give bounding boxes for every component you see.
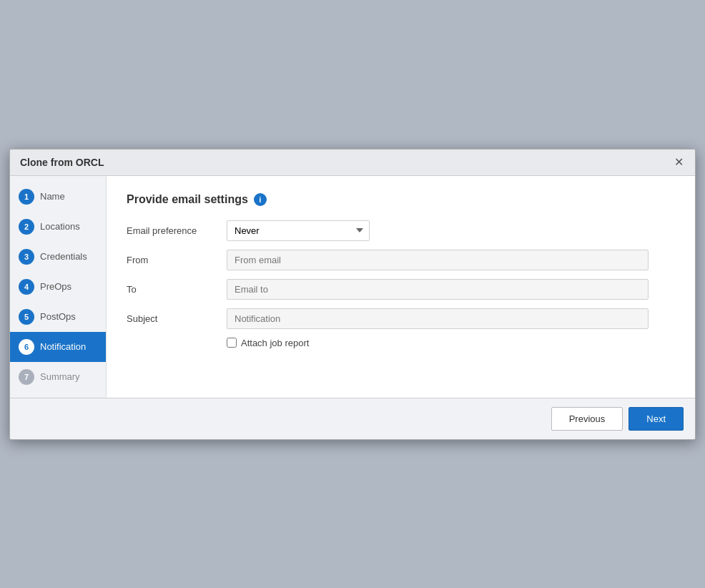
- close-button[interactable]: ✕: [673, 157, 685, 168]
- sidebar-item-postops[interactable]: 5 PostOps: [10, 302, 106, 332]
- sidebar-label-name: Name: [40, 191, 65, 202]
- attach-job-report-checkbox[interactable]: [227, 338, 237, 348]
- step-badge-5: 5: [19, 309, 34, 325]
- sidebar-label-preops: PreOps: [40, 281, 72, 292]
- dialog-footer: Previous Next: [10, 398, 695, 439]
- to-row: To: [127, 279, 675, 300]
- sidebar-label-credentials: Credentials: [40, 251, 87, 262]
- step-badge-7: 7: [19, 369, 34, 385]
- sidebar-item-preops[interactable]: 4 PreOps: [10, 272, 106, 302]
- sidebar-item-notification[interactable]: 6 Notification: [10, 332, 106, 362]
- to-control: [227, 279, 649, 300]
- subject-label: Subject: [127, 313, 227, 324]
- sidebar-item-locations[interactable]: 2 Locations: [10, 212, 106, 242]
- sidebar-label-summary: Summary: [40, 371, 80, 382]
- to-label: To: [127, 284, 227, 295]
- sidebar-item-summary[interactable]: 7 Summary: [10, 362, 106, 392]
- main-panel: Provide email settings i Email preferenc…: [107, 176, 695, 398]
- subject-control: [227, 308, 649, 329]
- email-preference-control: Never Always On failure: [227, 220, 649, 241]
- info-icon[interactable]: i: [254, 193, 267, 206]
- attach-job-report-label: Attach job report: [241, 338, 309, 348]
- step-badge-2: 2: [19, 219, 34, 235]
- sidebar-label-notification: Notification: [40, 341, 86, 352]
- sidebar: 1 Name 2 Locations 3 Credentials 4 PreOp…: [10, 176, 107, 398]
- from-input[interactable]: [227, 250, 649, 270]
- section-title: Provide email settings i: [127, 193, 675, 206]
- from-control: [227, 250, 649, 270]
- subject-row: Subject: [127, 308, 675, 329]
- dialog-header: Clone from ORCL ✕: [10, 150, 695, 176]
- dialog-title: Clone from ORCL: [20, 157, 104, 168]
- subject-input[interactable]: [227, 308, 649, 329]
- email-preference-row: Email preference Never Always On failure: [127, 220, 675, 241]
- from-label: From: [127, 255, 227, 265]
- next-button[interactable]: Next: [628, 407, 684, 431]
- from-row: From: [127, 250, 675, 270]
- sidebar-item-name[interactable]: 1 Name: [10, 182, 106, 212]
- step-badge-6: 6: [19, 339, 34, 355]
- sidebar-label-locations: Locations: [40, 221, 80, 232]
- dialog-body: 1 Name 2 Locations 3 Credentials 4 PreOp…: [10, 176, 695, 398]
- email-preference-select[interactable]: Never Always On failure: [227, 220, 370, 241]
- section-title-text: Provide email settings: [127, 193, 248, 206]
- attach-job-report-row: Attach job report: [227, 338, 675, 348]
- clone-dialog: Clone from ORCL ✕ 1 Name 2 Locations 3 C…: [9, 149, 696, 440]
- step-badge-4: 4: [19, 279, 34, 295]
- step-badge-1: 1: [19, 189, 34, 205]
- previous-button[interactable]: Previous: [551, 407, 623, 431]
- sidebar-label-postops: PostOps: [40, 311, 76, 322]
- sidebar-item-credentials[interactable]: 3 Credentials: [10, 242, 106, 272]
- to-input[interactable]: [227, 279, 649, 300]
- email-preference-label: Email preference: [127, 225, 227, 236]
- step-badge-3: 3: [19, 249, 34, 265]
